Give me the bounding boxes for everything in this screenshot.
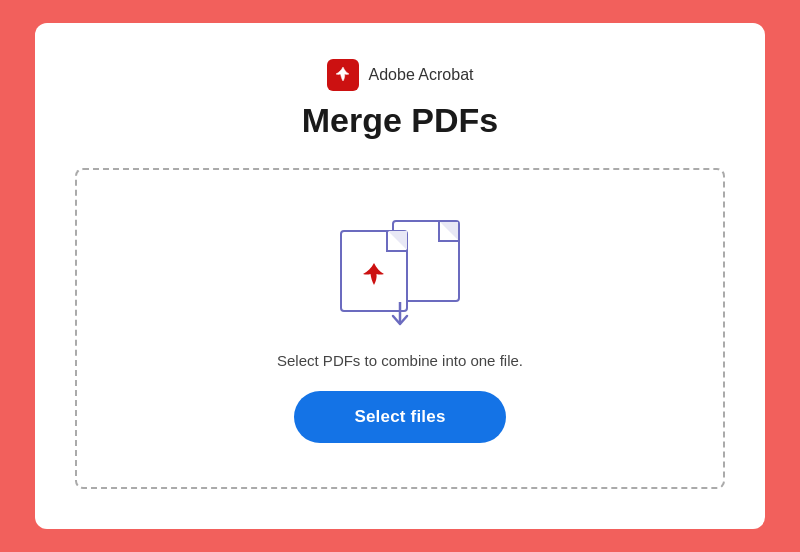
- app-header: Adobe Acrobat: [327, 59, 474, 91]
- drop-zone-subtitle: Select PDFs to combine into one file.: [277, 352, 523, 369]
- document-front-icon: [340, 230, 408, 312]
- page-title: Merge PDFs: [302, 101, 499, 140]
- select-files-button[interactable]: Select files: [294, 391, 505, 443]
- app-name-label: Adobe Acrobat: [369, 66, 474, 84]
- drop-zone[interactable]: Select PDFs to combine into one file. Se…: [75, 168, 725, 489]
- acrobat-logo-icon: [327, 59, 359, 91]
- main-card: Adobe Acrobat Merge PDFs Select PDFs to …: [35, 23, 765, 529]
- merge-icon: [340, 220, 460, 330]
- arrow-down-icon: [388, 302, 412, 334]
